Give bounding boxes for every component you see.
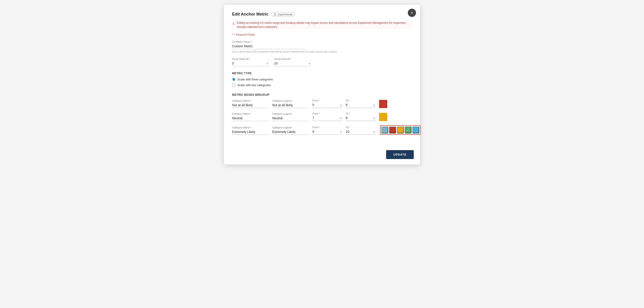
radio-item-two[interactable]: Scale with two categories	[232, 83, 412, 87]
breakup-row3-to-select-wrap: 10 ▾	[346, 129, 376, 135]
radio-item-three[interactable]: Scale with three categories	[232, 78, 412, 81]
breakup-row3-from-label: From *	[312, 126, 342, 129]
breakup-row2-legend-field: Category Legend	[272, 112, 309, 121]
scale-starts-select[interactable]: 0 1	[232, 61, 268, 66]
breakup-row2-legend-label: Category Legend	[272, 112, 309, 115]
breakup-row3-name-input[interactable]	[232, 129, 268, 135]
breakup-row1-legend-label: Category Legend	[272, 99, 309, 102]
warning-icon: ⚠	[232, 21, 235, 26]
breakup-row1-name-input[interactable]	[232, 103, 268, 108]
breakup-row2-legend-input[interactable]	[272, 116, 309, 121]
breakup-row1-color	[379, 100, 393, 108]
breakup-row1-name-label: Category Name *	[232, 99, 268, 102]
breakup-row2-name-field: Category Name *	[232, 112, 268, 121]
breakup-row1-from-select-wrap: 0 ▾	[312, 103, 342, 108]
breakup-row3-to-field: To * 10 ▾	[346, 126, 376, 135]
close-button[interactable]: ×	[408, 9, 416, 17]
radio-three-categories[interactable]	[232, 78, 236, 81]
palette-swatch-green[interactable]: ✓	[404, 127, 412, 133]
palette-swatch-light-blue[interactable]	[412, 127, 419, 133]
radio-two-categories[interactable]	[232, 83, 236, 87]
breakup-section-title: METRIC BOXES BREAKUP	[232, 93, 412, 96]
breakup-row1-from-label: From *	[312, 99, 342, 102]
breakup-row3-from-select[interactable]: 9	[312, 129, 342, 135]
breakup-row1-legend-field: Category Legend	[272, 99, 309, 108]
flask-icon	[274, 13, 276, 16]
breakup-row2-to-label: To *	[346, 112, 376, 115]
experimental-badge: Experimental	[271, 12, 295, 17]
breakup-row1-to-select[interactable]: 6	[346, 103, 376, 108]
breakup-row1-color-swatch[interactable]	[379, 100, 387, 108]
scale-starts-select-wrap: 0 1 ▾	[232, 61, 268, 66]
breakup-row3-to-select[interactable]: 10	[346, 129, 376, 135]
breakup-row1-from-select[interactable]: 0	[312, 103, 342, 108]
scale-ends-select-wrap: 10 ▾	[274, 61, 310, 66]
scale-row: Scale Starts At * 0 1 ▾ Scale Ends At * …	[232, 58, 412, 66]
breakup-row3-name-field: Category Name *	[232, 126, 268, 135]
breakup-row1-name-field: Category Name *	[232, 99, 268, 108]
warning-bar: ⚠ Editing an existing CX metric range an…	[232, 21, 412, 29]
radio-three-label: Scale with three categories	[237, 78, 273, 81]
breakup-row2-from-select-wrap: 7 ▾	[312, 116, 342, 121]
breakup-row2-to-select[interactable]: 8	[346, 116, 376, 121]
breakup-row2-color	[379, 113, 393, 121]
palette-swatch-blue[interactable]	[381, 127, 388, 133]
breakup-row3-legend-input[interactable]	[272, 129, 309, 135]
palette-swatch-yellow[interactable]	[397, 127, 404, 133]
breakup-row1-to-label: To *	[346, 99, 376, 102]
breakup-row-2: Category Name * Category Legend From * 7…	[232, 112, 412, 121]
breakup-row3-to-label: To *	[346, 126, 376, 129]
update-button[interactable]: UPDATE	[386, 150, 414, 159]
scale-starts-field: Scale Starts At * 0 1 ▾	[232, 58, 268, 66]
breakup-row-3: Category Name * Category Legend From * 9…	[232, 125, 412, 135]
cx-metric-name-input[interactable]	[232, 44, 305, 49]
breakup-row1-to-select-wrap: 6 ▾	[346, 103, 376, 108]
breakup-row2-from-field: From * 7 ▾	[312, 112, 342, 121]
breakup-row2-to-field: To * 8 ▾	[346, 112, 376, 121]
breakup-row1-legend-input[interactable]	[272, 103, 309, 108]
breakup-row2-from-label: From *	[312, 112, 342, 115]
breakup-row2-color-swatch[interactable]	[379, 113, 387, 121]
radio-two-label: Scale with two categories	[237, 83, 271, 87]
required-note: * * Required Fields	[232, 33, 412, 36]
breakup-row1-to-field: To * 6 ▾	[346, 99, 376, 108]
breakup-row3-from-select-wrap: 9 ▾	[312, 129, 342, 135]
cx-metric-name-hint: Use a short name (24 characters) that wi…	[232, 50, 412, 54]
palette-swatch-red[interactable]	[389, 127, 396, 133]
breakup-row1-from-field: From * 0 ▾	[312, 99, 342, 108]
warning-text: Editing an existing CX metric range and …	[237, 21, 412, 29]
metric-type-title: METRIC TYPE	[232, 72, 412, 75]
breakup-row2-name-input[interactable]	[232, 116, 268, 121]
breakup-row2-from-select[interactable]: 7	[312, 116, 342, 121]
scale-ends-label: Scale Ends At *	[274, 58, 310, 60]
breakup-row3-color-palette-wrap: ✓	[380, 125, 420, 135]
modal-header: Edit Anchor Metric Experimental	[232, 12, 412, 17]
breakup-row3-from-field: From * 9 ▾	[312, 126, 342, 135]
edit-anchor-metric-modal: Edit Anchor Metric Experimental × ⚠ Edit…	[224, 5, 420, 165]
breakup-row-1: Category Name * Category Legend From * 0…	[232, 99, 412, 108]
cx-metric-name-field: CX Metric Name * Use a short name (24 ch…	[232, 41, 412, 54]
breakup-row3-legend-field: Category Legend	[272, 126, 309, 135]
cx-metric-name-label: CX Metric Name *	[232, 41, 412, 43]
breakup-row2-to-select-wrap: 8 ▾	[346, 116, 376, 121]
modal-title: Edit Anchor Metric	[232, 12, 268, 17]
color-palette: ✓	[380, 125, 420, 135]
scale-ends-select[interactable]: 10	[274, 61, 310, 66]
breakup-row2-name-label: Category Name *	[232, 112, 268, 115]
scale-ends-field: Scale Ends At * 10 ▾	[274, 58, 310, 66]
breakup-row3-legend-label: Category Legend	[272, 126, 309, 129]
scale-starts-label: Scale Starts At *	[232, 58, 268, 60]
breakup-row3-name-label: Category Name *	[232, 126, 268, 129]
metric-type-radio-group: Scale with three categories Scale with t…	[232, 78, 412, 87]
